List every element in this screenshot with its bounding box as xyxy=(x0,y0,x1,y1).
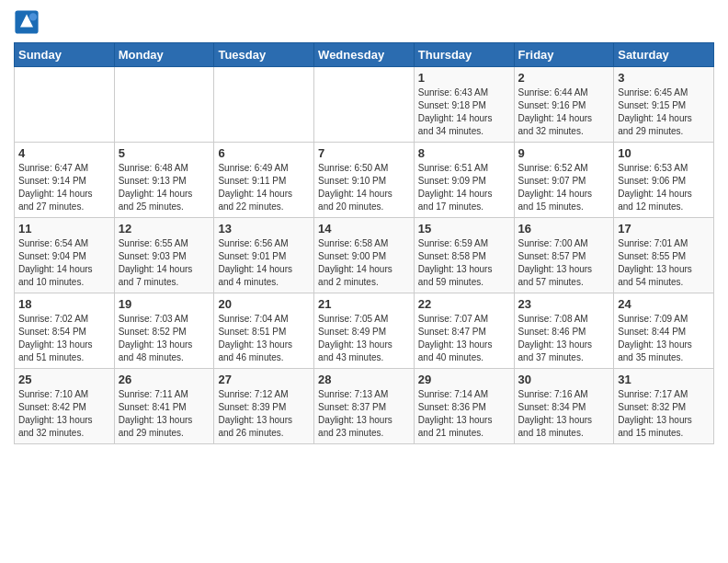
day-info: Sunrise: 6:48 AM Sunset: 9:13 PM Dayligh… xyxy=(119,162,210,213)
day-number: 5 xyxy=(119,146,210,160)
day-info: Sunrise: 7:03 AM Sunset: 8:52 PM Dayligh… xyxy=(119,313,210,364)
day-info: Sunrise: 6:43 AM Sunset: 9:18 PM Dayligh… xyxy=(418,86,510,138)
col-header-wednesday: Wednesday xyxy=(314,43,415,67)
table-row: 24Sunrise: 7:09 AM Sunset: 8:44 PM Dayli… xyxy=(614,293,714,369)
table-row: 21Sunrise: 7:05 AM Sunset: 8:49 PM Dayli… xyxy=(314,293,415,369)
day-number: 21 xyxy=(318,297,410,311)
table-row: 20Sunrise: 7:04 AM Sunset: 8:51 PM Dayli… xyxy=(214,293,314,369)
day-number: 20 xyxy=(218,297,310,311)
day-number: 14 xyxy=(318,222,410,236)
day-number: 18 xyxy=(18,297,110,311)
table-row: 1Sunrise: 6:43 AM Sunset: 9:18 PM Daylig… xyxy=(414,67,514,143)
day-number: 15 xyxy=(418,222,510,236)
day-number: 6 xyxy=(218,146,310,160)
day-number: 8 xyxy=(418,146,510,160)
table-row: 15Sunrise: 6:59 AM Sunset: 8:58 PM Dayli… xyxy=(414,218,514,293)
day-info: Sunrise: 7:16 AM Sunset: 8:34 PM Dayligh… xyxy=(518,388,610,440)
table-row: 28Sunrise: 7:13 AM Sunset: 8:37 PM Dayli… xyxy=(314,369,415,444)
svg-point-2 xyxy=(29,13,37,20)
table-row: 14Sunrise: 6:58 AM Sunset: 9:00 PM Dayli… xyxy=(314,218,415,293)
table-row: 23Sunrise: 7:08 AM Sunset: 8:46 PM Dayli… xyxy=(514,293,614,369)
calendar-table: SundayMondayTuesdayWednesdayThursdayFrid… xyxy=(14,42,714,444)
day-number: 23 xyxy=(518,297,610,311)
table-row: 25Sunrise: 7:10 AM Sunset: 8:42 PM Dayli… xyxy=(15,369,115,444)
table-row: 26Sunrise: 7:11 AM Sunset: 8:41 PM Dayli… xyxy=(114,369,214,444)
day-info: Sunrise: 7:12 AM Sunset: 8:39 PM Dayligh… xyxy=(218,388,310,440)
day-info: Sunrise: 7:14 AM Sunset: 8:36 PM Dayligh… xyxy=(418,388,510,440)
col-header-thursday: Thursday xyxy=(414,43,514,67)
day-number: 28 xyxy=(318,373,410,386)
table-row: 7Sunrise: 6:50 AM Sunset: 9:10 PM Daylig… xyxy=(314,143,415,218)
day-info: Sunrise: 6:58 AM Sunset: 9:00 PM Dayligh… xyxy=(318,237,410,289)
day-number: 9 xyxy=(518,146,610,160)
day-number: 25 xyxy=(18,373,110,386)
day-number: 12 xyxy=(119,222,210,236)
day-info: Sunrise: 6:45 AM Sunset: 9:15 PM Dayligh… xyxy=(618,86,710,138)
day-info: Sunrise: 6:44 AM Sunset: 9:16 PM Dayligh… xyxy=(518,86,610,138)
table-row: 9Sunrise: 6:52 AM Sunset: 9:07 PM Daylig… xyxy=(514,143,614,218)
week-row-1: 1Sunrise: 6:43 AM Sunset: 9:18 PM Daylig… xyxy=(15,67,714,143)
day-info: Sunrise: 6:50 AM Sunset: 9:10 PM Dayligh… xyxy=(318,162,410,213)
week-row-3: 11Sunrise: 6:54 AM Sunset: 9:04 PM Dayli… xyxy=(15,218,714,293)
day-info: Sunrise: 7:09 AM Sunset: 8:44 PM Dayligh… xyxy=(618,313,710,364)
col-header-sunday: Sunday xyxy=(15,43,115,67)
day-number: 2 xyxy=(518,71,610,85)
week-row-4: 18Sunrise: 7:02 AM Sunset: 8:54 PM Dayli… xyxy=(15,293,714,369)
logo-icon xyxy=(14,9,40,35)
day-number: 27 xyxy=(218,373,310,386)
day-info: Sunrise: 6:47 AM Sunset: 9:14 PM Dayligh… xyxy=(18,162,110,213)
day-info: Sunrise: 7:10 AM Sunset: 8:42 PM Dayligh… xyxy=(18,388,110,440)
table-row: 8Sunrise: 6:51 AM Sunset: 9:09 PM Daylig… xyxy=(414,143,514,218)
col-header-friday: Friday xyxy=(514,43,614,67)
day-info: Sunrise: 7:08 AM Sunset: 8:46 PM Dayligh… xyxy=(518,313,610,364)
week-row-5: 25Sunrise: 7:10 AM Sunset: 8:42 PM Dayli… xyxy=(15,369,714,444)
day-info: Sunrise: 7:00 AM Sunset: 8:57 PM Dayligh… xyxy=(518,237,610,289)
table-row: 29Sunrise: 7:14 AM Sunset: 8:36 PM Dayli… xyxy=(414,369,514,444)
table-row: 16Sunrise: 7:00 AM Sunset: 8:57 PM Dayli… xyxy=(514,218,614,293)
page-header xyxy=(14,9,714,35)
col-header-saturday: Saturday xyxy=(614,43,714,67)
header-row: SundayMondayTuesdayWednesdayThursdayFrid… xyxy=(15,43,714,67)
table-row: 31Sunrise: 7:17 AM Sunset: 8:32 PM Dayli… xyxy=(614,369,714,444)
day-info: Sunrise: 7:13 AM Sunset: 8:37 PM Dayligh… xyxy=(318,388,410,440)
day-info: Sunrise: 6:55 AM Sunset: 9:03 PM Dayligh… xyxy=(119,237,210,289)
day-info: Sunrise: 6:51 AM Sunset: 9:09 PM Dayligh… xyxy=(418,162,510,213)
table-row: 18Sunrise: 7:02 AM Sunset: 8:54 PM Dayli… xyxy=(15,293,115,369)
day-number: 29 xyxy=(418,373,510,386)
table-row xyxy=(15,67,115,143)
week-row-2: 4Sunrise: 6:47 AM Sunset: 9:14 PM Daylig… xyxy=(15,143,714,218)
day-info: Sunrise: 6:54 AM Sunset: 9:04 PM Dayligh… xyxy=(18,237,110,289)
table-row: 13Sunrise: 6:56 AM Sunset: 9:01 PM Dayli… xyxy=(214,218,314,293)
day-number: 16 xyxy=(518,222,610,236)
table-row: 5Sunrise: 6:48 AM Sunset: 9:13 PM Daylig… xyxy=(114,143,214,218)
day-number: 7 xyxy=(318,146,410,160)
day-info: Sunrise: 7:05 AM Sunset: 8:49 PM Dayligh… xyxy=(318,313,410,364)
table-row: 2Sunrise: 6:44 AM Sunset: 9:16 PM Daylig… xyxy=(514,67,614,143)
table-row xyxy=(214,67,314,143)
day-info: Sunrise: 7:01 AM Sunset: 8:55 PM Dayligh… xyxy=(618,237,710,289)
day-number: 11 xyxy=(18,222,110,236)
day-number: 22 xyxy=(418,297,510,311)
table-row: 4Sunrise: 6:47 AM Sunset: 9:14 PM Daylig… xyxy=(15,143,115,218)
day-number: 1 xyxy=(418,71,510,85)
day-number: 17 xyxy=(618,222,710,236)
table-row: 22Sunrise: 7:07 AM Sunset: 8:47 PM Dayli… xyxy=(414,293,514,369)
table-row: 30Sunrise: 7:16 AM Sunset: 8:34 PM Dayli… xyxy=(514,369,614,444)
table-row: 10Sunrise: 6:53 AM Sunset: 9:06 PM Dayli… xyxy=(614,143,714,218)
day-info: Sunrise: 7:04 AM Sunset: 8:51 PM Dayligh… xyxy=(218,313,310,364)
day-info: Sunrise: 6:59 AM Sunset: 8:58 PM Dayligh… xyxy=(418,237,510,289)
day-info: Sunrise: 6:53 AM Sunset: 9:06 PM Dayligh… xyxy=(618,162,710,213)
day-number: 26 xyxy=(119,373,210,386)
table-row: 27Sunrise: 7:12 AM Sunset: 8:39 PM Dayli… xyxy=(214,369,314,444)
day-info: Sunrise: 6:49 AM Sunset: 9:11 PM Dayligh… xyxy=(218,162,310,213)
table-row: 12Sunrise: 6:55 AM Sunset: 9:03 PM Dayli… xyxy=(114,218,214,293)
day-info: Sunrise: 6:56 AM Sunset: 9:01 PM Dayligh… xyxy=(218,237,310,289)
day-info: Sunrise: 7:07 AM Sunset: 8:47 PM Dayligh… xyxy=(418,313,510,364)
col-header-monday: Monday xyxy=(114,43,214,67)
day-number: 31 xyxy=(618,373,710,386)
day-number: 3 xyxy=(618,71,710,85)
table-row xyxy=(114,67,214,143)
logo xyxy=(14,9,41,35)
col-header-tuesday: Tuesday xyxy=(214,43,314,67)
day-info: Sunrise: 7:02 AM Sunset: 8:54 PM Dayligh… xyxy=(18,313,110,364)
